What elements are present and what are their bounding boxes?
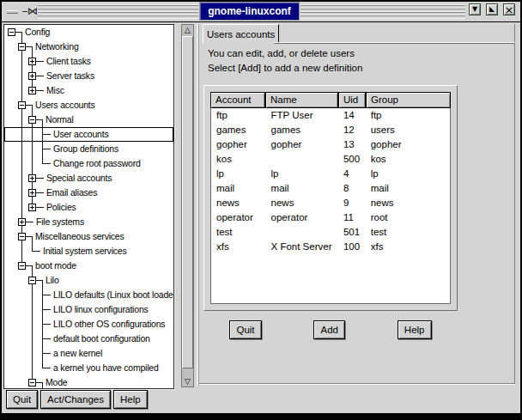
minus-glyph <box>20 105 24 106</box>
panel-right-edge <box>514 24 515 385</box>
act-changes-button[interactable]: Act/Changes <box>40 390 111 409</box>
expand-icon[interactable] <box>28 87 36 94</box>
tree-item-boot-mode[interactable]: boot mode <box>4 259 173 273</box>
tree-item-server-tasks[interactable]: Server tasks <box>4 69 173 83</box>
tree-item-config[interactable]: Config <box>4 25 173 40</box>
tree-connector <box>21 32 22 40</box>
expand-icon[interactable] <box>18 218 26 226</box>
collapse-icon[interactable] <box>28 379 36 387</box>
tree-connector <box>32 127 33 142</box>
tree-item-users-accounts[interactable]: Users accounts <box>4 98 173 113</box>
collapse-icon[interactable] <box>18 101 26 109</box>
collapse-icon[interactable] <box>28 277 36 284</box>
tree-item-user-accounts[interactable]: User accounts <box>4 127 173 142</box>
tree-item-networking[interactable]: Networking <box>4 40 173 54</box>
tree-connector <box>35 90 44 91</box>
collapse-icon[interactable] <box>8 28 15 36</box>
collapse-icon[interactable] <box>18 262 26 270</box>
tree-connector <box>32 265 33 273</box>
tree-item-label: User accounts <box>53 127 109 142</box>
tree-item-email-aliases[interactable]: Email aliases <box>4 186 173 200</box>
expand-icon[interactable] <box>28 174 36 182</box>
table-row-games[interactable]: gamesgames12users <box>211 123 450 137</box>
cell-account: mail <box>211 181 266 196</box>
tree-item-mode[interactable]: Mode <box>4 375 173 389</box>
tree-item-label: boot mode <box>35 259 76 273</box>
scroll-down-icon[interactable]: ▽ <box>182 376 193 387</box>
tree-item-miscellaneous-services[interactable]: Miscellaneous services <box>4 229 173 244</box>
pin-icon[interactable]: ⋈ <box>22 4 38 19</box>
tree-item-change-root-password[interactable]: Change root password <box>4 156 173 171</box>
tree-item-file-systems[interactable]: File systems <box>4 215 173 229</box>
tree-item-label: Special accounts <box>46 171 112 186</box>
cell-name <box>266 152 338 167</box>
expand-icon[interactable] <box>28 72 36 80</box>
table-row-lp[interactable]: lplp4lp <box>211 167 450 181</box>
collapse-icon[interactable] <box>18 233 26 240</box>
notebook-edge <box>274 42 515 44</box>
help-button[interactable]: Help <box>113 390 148 409</box>
column-header-group[interactable]: Group <box>366 92 451 108</box>
cell-name: mail <box>266 181 338 196</box>
titlebar[interactable]: ⋈ gnome-linuxconf ▼◣× <box>2 2 520 22</box>
quit-button[interactable]: Quit <box>229 320 261 339</box>
help-button[interactable]: Help <box>398 320 432 339</box>
tree-connector <box>21 113 22 127</box>
tree-item-initial-system-services[interactable]: Initial system services <box>4 244 173 259</box>
table-row-kos[interactable]: kos500kos <box>211 152 450 167</box>
tree-item-a-kernel-you-have-compiled[interactable]: a kernel you have compiled <box>4 361 173 375</box>
collapse-icon[interactable] <box>18 43 26 51</box>
tree-item-client-tasks[interactable]: Client tasks <box>4 54 173 69</box>
cell-uid: 13 <box>338 137 366 152</box>
collapse-icon[interactable] <box>28 116 36 124</box>
tree-item-lilo-defaults-linux-boot-loader[interactable]: LILO defaults (Linux boot loader) <box>4 288 173 302</box>
tree-item-policies[interactable]: Policies <box>4 200 173 215</box>
tree-item-normal[interactable]: Normal <box>4 113 173 127</box>
cell-group: lp <box>366 167 450 181</box>
cell-account: kos <box>211 152 266 167</box>
expand-icon[interactable] <box>28 204 36 211</box>
tree-item-label: Users accounts <box>35 98 95 113</box>
tree-item-special-accounts[interactable]: Special accounts <box>4 171 173 186</box>
tree-scrollbar[interactable]: △ ▽ <box>181 24 194 387</box>
column-header-account[interactable]: Account <box>210 92 265 108</box>
tree-item-a-new-kernel[interactable]: a new kernel <box>4 346 173 361</box>
table-row-news[interactable]: newsnews9news <box>211 196 450 210</box>
tree-connector <box>42 119 43 127</box>
tree-item-lilo-linux-configurations[interactable]: LILO linux configurations <box>4 302 173 317</box>
expand-icon[interactable] <box>28 189 36 197</box>
expand-icon[interactable] <box>28 58 36 65</box>
table-row-ftp[interactable]: ftpFTP User14ftp <box>211 108 450 123</box>
tree-item-lilo[interactable]: Lilo <box>4 273 173 288</box>
column-header-uid[interactable]: Uid <box>338 92 366 108</box>
table-row-operator[interactable]: operatoroperator11root <box>211 210 450 225</box>
plus-glyph <box>32 191 33 195</box>
tree-item-lilo-other-os-configurations[interactable]: LILO other OS configurations <box>4 317 173 332</box>
tree-connector <box>32 346 33 361</box>
table-row-test[interactable]: test501test <box>211 225 450 240</box>
add-button[interactable]: Add <box>313 320 344 339</box>
cell-group: mail <box>366 181 450 196</box>
tree-item-misc[interactable]: Misc <box>4 83 173 98</box>
tree-connector <box>21 186 22 200</box>
table-row-mail[interactable]: mailmail8mail <box>211 181 450 196</box>
cell-name: FTP User <box>266 108 338 123</box>
quit-button[interactable]: Quit <box>6 390 38 409</box>
scroll-up-icon[interactable]: △ <box>182 25 193 35</box>
plus-glyph <box>32 205 33 210</box>
column-header-name[interactable]: Name <box>265 92 338 108</box>
tree-connector <box>32 332 33 346</box>
window-menu-icon[interactable] <box>7 10 18 14</box>
tab-users-accounts[interactable]: Users accounts <box>203 24 279 44</box>
scrollbar-thumb[interactable] <box>182 36 193 368</box>
close-button[interactable]: × <box>503 3 515 15</box>
down-arrow-icon: ▼ <box>472 6 477 13</box>
tree-item-default-boot-configuration[interactable]: default boot configuration <box>4 332 173 346</box>
table-row-gopher[interactable]: gophergopher13gopher <box>211 137 450 152</box>
table-row-xfs[interactable]: xfsX Font Server100xfs <box>211 240 450 254</box>
resize-button[interactable]: ◣ <box>486 3 498 15</box>
tree-item-label: Config <box>25 25 50 40</box>
pane-divider[interactable] <box>197 24 199 386</box>
tree-item-group-definitions[interactable]: Group definitions <box>4 142 173 156</box>
shade-button[interactable]: ▼ <box>469 3 481 15</box>
